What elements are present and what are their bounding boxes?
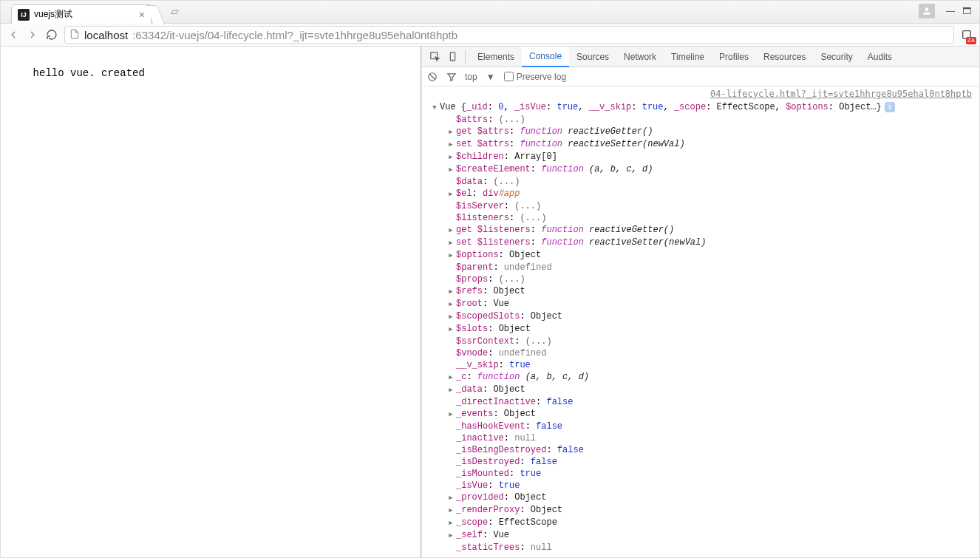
- expand-toggle-icon[interactable]: [447, 188, 455, 200]
- expand-toggle-icon[interactable]: [447, 126, 455, 138]
- console-property-row[interactable]: get $listeners: function reactiveGetter(…: [422, 224, 979, 237]
- console-property-row[interactable]: $ssrContext: (...): [422, 336, 979, 347]
- browser-tab[interactable]: IJ vuejs测试 ×: [11, 4, 152, 24]
- console-property-row[interactable]: _directInactive: false: [422, 396, 979, 408]
- expand-toggle-icon[interactable]: [431, 101, 438, 114]
- profile-avatar-icon[interactable]: [919, 4, 935, 18]
- console-body[interactable]: 04-lifecycle.html?_ijt=svte1hhrge8u95eha…: [422, 86, 979, 557]
- console-property-row[interactable]: _provided: Object: [422, 491, 979, 504]
- expand-toggle-icon[interactable]: [447, 323, 455, 336]
- console-property-row[interactable]: $data: (...): [422, 176, 979, 188]
- context-selector[interactable]: top: [465, 72, 477, 82]
- filter-icon[interactable]: [446, 71, 457, 83]
- console-property-row[interactable]: $attrs: (...): [422, 114, 979, 126]
- devtools-tab-network[interactable]: Network: [616, 47, 664, 67]
- inspect-element-icon[interactable]: [426, 49, 443, 65]
- extension-icon[interactable]: ZA: [960, 28, 973, 41]
- console-property-row[interactable]: $parent: undefined: [422, 262, 979, 273]
- console-property-row[interactable]: $scopedSlots: Object: [422, 310, 979, 323]
- svg-line-5: [430, 74, 435, 79]
- expand-toggle-icon[interactable]: [447, 163, 455, 176]
- info-badge-icon[interactable]: i: [885, 102, 895, 112]
- console-property-row[interactable]: _events: Object: [422, 408, 979, 421]
- console-property-row[interactable]: _renderProxy: Object: [422, 504, 979, 517]
- console-property-row[interactable]: $refs: Object: [422, 285, 979, 298]
- console-property-row[interactable]: _isBeingDestroyed: false: [422, 444, 979, 456]
- console-property-row[interactable]: $root: Vue: [422, 298, 979, 310]
- reload-button[interactable]: [45, 28, 58, 41]
- console-property-row[interactable]: _data: Object: [422, 384, 979, 396]
- back-button[interactable]: [7, 28, 20, 41]
- console-property-row[interactable]: set $listeners: function reactiveSetter(…: [422, 237, 979, 249]
- address-bar[interactable]: localhost:63342/it-vuejs/04-lifecycle.ht…: [64, 26, 954, 44]
- expand-toggle-icon[interactable]: [447, 310, 455, 323]
- console-property-row[interactable]: _c: function (a, b, c, d): [422, 371, 979, 384]
- preserve-log-label: Preserve log: [517, 72, 566, 82]
- devtools-panel: ElementsConsoleSourcesNetworkTimelinePro…: [422, 47, 979, 557]
- console-property-row[interactable]: __v_skip: true: [422, 359, 979, 371]
- console-property-row[interactable]: $slots: Object: [422, 323, 979, 336]
- console-property-row[interactable]: _isVue: true: [422, 480, 979, 491]
- preserve-log-checkbox[interactable]: Preserve log: [504, 72, 566, 82]
- console-property-row[interactable]: get $attrs: function reactiveGetter(): [422, 126, 979, 138]
- expand-toggle-icon[interactable]: [447, 151, 455, 163]
- console-property-row[interactable]: _self: Vue: [422, 529, 979, 542]
- url-path: :63342/it-vuejs/04-lifecycle.html?_ijt=s…: [132, 29, 457, 41]
- devtools-tab-audits[interactable]: Audits: [860, 47, 899, 67]
- expand-toggle-icon[interactable]: [447, 491, 455, 504]
- expand-toggle-icon[interactable]: [447, 408, 455, 421]
- console-toolbar: top ▼ Preserve log: [422, 67, 979, 86]
- expand-toggle-icon[interactable]: [447, 249, 455, 262]
- devtools-tab-profiles[interactable]: Profiles: [712, 47, 756, 67]
- browser-tabstrip: IJ vuejs测试 × ▱ — 🗖: [1, 1, 979, 23]
- tab-title: vuejs测试: [34, 8, 72, 21]
- console-property-row[interactable]: _scope: EffectScope: [422, 517, 979, 529]
- expand-toggle-icon[interactable]: [447, 384, 455, 396]
- expand-toggle-icon[interactable]: [447, 298, 455, 310]
- context-dropdown-icon[interactable]: ▼: [485, 71, 497, 83]
- devtools-tab-console[interactable]: Console: [522, 47, 569, 67]
- expand-toggle-icon[interactable]: [447, 224, 455, 237]
- forward-button[interactable]: [26, 28, 39, 41]
- new-tab-button[interactable]: ▱: [171, 5, 179, 18]
- url-host: localhost: [84, 29, 128, 41]
- expand-toggle-icon[interactable]: [447, 237, 455, 249]
- console-property-row[interactable]: _staticTrees: null: [422, 542, 979, 554]
- console-property-row[interactable]: $children: Array[0]: [422, 151, 979, 163]
- console-property-row[interactable]: $createElement: function (a, b, c, d): [422, 163, 979, 176]
- expand-toggle-icon[interactable]: [447, 285, 455, 298]
- window-minimize-button[interactable]: —: [942, 4, 959, 18]
- devtools-tab-security[interactable]: Security: [813, 47, 860, 67]
- clear-console-icon[interactable]: [426, 71, 438, 83]
- devtools-tab-elements[interactable]: Elements: [470, 47, 522, 67]
- console-property-row[interactable]: _hasHookEvent: false: [422, 421, 979, 432]
- devtools-tab-timeline[interactable]: Timeline: [664, 47, 712, 67]
- devtools-tab-resources[interactable]: Resources: [756, 47, 813, 67]
- console-source-link[interactable]: 04-lifecycle.html?_ijt=svte1hhrge8u95eha…: [422, 86, 979, 101]
- console-property-row[interactable]: $isServer: (...): [422, 200, 979, 212]
- devtools-tab-sources[interactable]: Sources: [569, 47, 616, 67]
- console-property-row[interactable]: $options: Object: [422, 249, 979, 262]
- console-property-row[interactable]: _isMounted: true: [422, 468, 979, 480]
- device-toolbar-icon[interactable]: [444, 49, 460, 65]
- preserve-log-input[interactable]: [504, 72, 514, 81]
- expand-toggle-icon[interactable]: [447, 529, 455, 542]
- window-controls: — 🗖: [919, 4, 975, 18]
- console-property-row[interactable]: $props: (...): [422, 273, 979, 285]
- expand-toggle-icon[interactable]: [447, 504, 455, 517]
- root-class-name: Vue: [440, 102, 456, 112]
- page-body-text: hello vue. created: [33, 67, 145, 79]
- console-property-row[interactable]: $vnode: undefined: [422, 347, 979, 359]
- console-property-row[interactable]: _isDestroyed: false: [422, 456, 979, 468]
- console-property-row[interactable]: set $attrs: function reactiveSetter(newV…: [422, 138, 979, 151]
- page-icon: [69, 29, 80, 41]
- close-tab-icon[interactable]: ×: [139, 10, 145, 20]
- console-property-row[interactable]: $listeners: (...): [422, 212, 979, 224]
- console-property-row[interactable]: $el: div#app: [422, 188, 979, 200]
- expand-toggle-icon[interactable]: [447, 517, 455, 529]
- expand-toggle-icon[interactable]: [447, 138, 455, 151]
- expand-toggle-icon[interactable]: [447, 371, 455, 384]
- window-maximize-button[interactable]: 🗖: [959, 4, 975, 18]
- console-property-row[interactable]: _inactive: null: [422, 432, 979, 444]
- console-object-root[interactable]: Vue {_uid: 0, _isVue: true, __v_skip: tr…: [422, 101, 979, 114]
